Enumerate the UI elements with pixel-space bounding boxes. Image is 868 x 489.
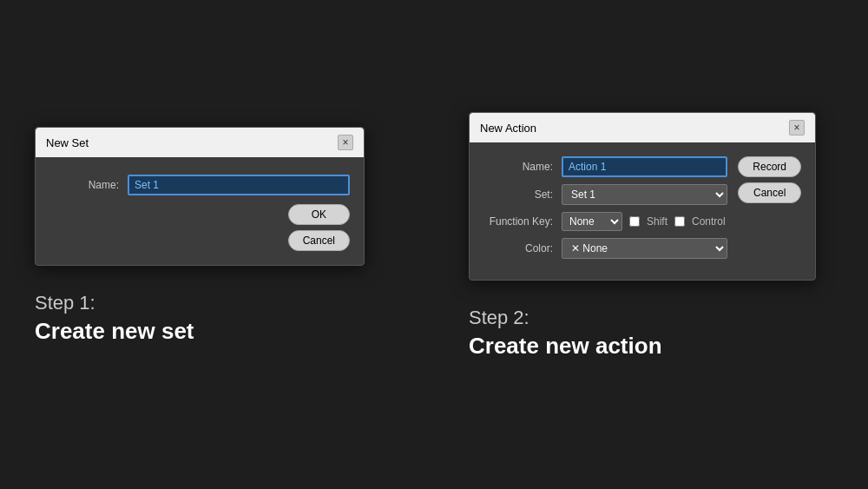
new-set-ok-button[interactable]: OK — [288, 204, 350, 225]
step2-panel: New Action × Name: Set: Set — [434, 0, 868, 489]
new-action-name-label: Name: — [483, 161, 562, 173]
step2-label: Step 2: — [469, 307, 662, 329]
new-set-close-button[interactable]: × — [338, 135, 353, 150]
new-action-color-group: ✕ None — [562, 238, 727, 259]
step1-panel: New Set × Name: OK Cancel Step 1: Create… — [0, 0, 434, 489]
new-action-close-button[interactable]: × — [789, 120, 805, 135]
new-action-fkey-row: Function Key: None Shift Control — [483, 212, 727, 231]
step2-description: Create new action — [469, 333, 662, 360]
new-set-dialog: New Set × Name: OK Cancel — [35, 127, 365, 266]
new-set-name-row: Name: — [49, 175, 350, 195]
new-action-record-button[interactable]: Record — [738, 156, 801, 177]
control-label: Control — [692, 215, 726, 228]
step1-label-area: Step 1: Create new set — [35, 292, 194, 345]
new-action-buttons-col: Record Cancel — [738, 156, 801, 266]
new-set-dialog-body: Name: OK Cancel — [36, 157, 364, 265]
shift-label: Shift — [647, 215, 667, 228]
new-action-color-row: Color: ✕ None — [483, 238, 727, 259]
close-icon: × — [342, 136, 348, 149]
new-action-set-select[interactable]: Set 1 — [562, 184, 727, 205]
new-set-name-input[interactable] — [128, 175, 350, 195]
new-action-set-row: Set: Set 1 — [483, 184, 727, 205]
control-checkbox[interactable] — [674, 216, 685, 227]
new-set-name-label: Name: — [49, 179, 128, 191]
new-action-fields: Name: Set: Set 1 Function Key: — [483, 156, 727, 266]
step1-description: Create new set — [35, 318, 194, 345]
shift-checkbox[interactable] — [629, 216, 640, 227]
step2-label-area: Step 2: Create new action — [469, 307, 662, 360]
new-set-buttons-row: OK Cancel — [288, 204, 350, 251]
new-set-dialog-title: New Set — [46, 136, 89, 149]
new-action-name-row: Name: — [483, 156, 727, 177]
new-action-dialog-title: New Action — [480, 122, 536, 135]
step1-label: Step 1: — [35, 292, 194, 314]
new-action-fkey-select[interactable]: None — [562, 212, 622, 231]
new-action-fkey-group: None Shift Control — [562, 212, 726, 231]
new-set-cancel-button[interactable]: Cancel — [288, 230, 350, 251]
new-set-title-bar: New Set × — [36, 128, 364, 157]
new-action-name-input[interactable] — [562, 156, 727, 177]
new-action-dialog-body: Name: Set: Set 1 Function Key: — [470, 142, 815, 280]
new-action-fkey-label: Function Key: — [483, 215, 562, 228]
new-action-cancel-button[interactable]: Cancel — [738, 182, 801, 203]
main-container: New Set × Name: OK Cancel Step 1: Create… — [0, 0, 868, 489]
new-action-title-bar: New Action × — [470, 113, 815, 142]
new-action-color-select[interactable]: ✕ None — [562, 238, 727, 259]
new-action-dialog: New Action × Name: Set: Set — [469, 112, 816, 281]
new-action-set-label: Set: — [483, 188, 562, 201]
new-action-color-label: Color: — [483, 242, 562, 254]
close-icon: × — [793, 122, 799, 134]
